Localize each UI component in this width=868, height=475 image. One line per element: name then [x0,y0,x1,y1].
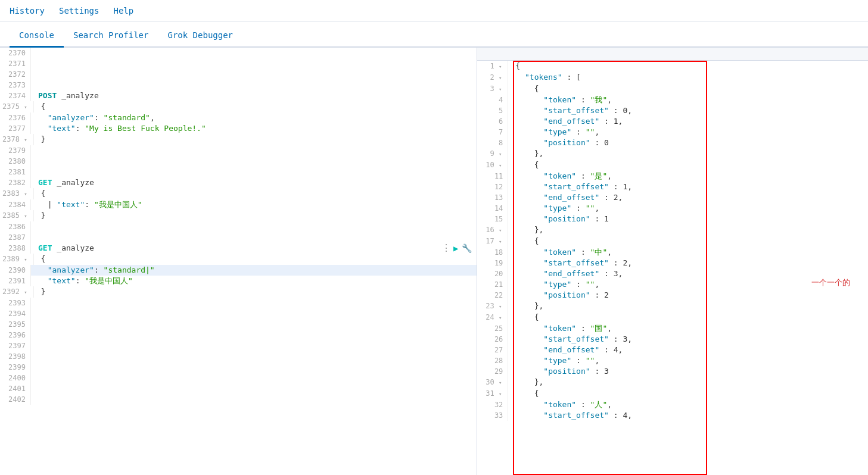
editor-line-2398: 2398 [0,351,477,362]
collapse-arrow[interactable]: ▾ [24,289,27,295]
line-content: GET _analyze [31,243,439,254]
collapse-arrow[interactable]: ▾ [24,191,27,197]
output-line-number: 4 [477,95,508,105]
run-button[interactable]: ▶ [453,243,458,254]
output-line-15: 15 "position" : 1 [477,214,868,224]
context-menu-button[interactable]: ⋮ [439,243,453,254]
json-key: "token" [543,248,576,257]
output-line-content: "end_offset" : 3, [508,268,868,279]
collapse-arrow[interactable]: ▾ [24,257,27,262]
collapse-arrow[interactable]: ▾ [499,86,502,92]
line-content [31,362,477,373]
settings-link[interactable]: Settings [59,6,99,15]
line-number: 2387 [0,232,31,243]
line-content: { [34,254,477,265]
settings-icon[interactable]: 🔧 [462,243,472,254]
editor-line-2396: 2396 [0,330,477,340]
json-key: "analyzer" [48,265,94,274]
json-key: "token" [543,171,576,180]
output-line-content: "start_offset" : 3, [508,334,868,345]
json-key: "type" [543,204,571,212]
line-number: 2399 [0,362,31,373]
collapse-arrow[interactable]: ▾ [24,137,27,143]
output-line-number: 3 ▾ [477,83,508,95]
collapse-arrow[interactable]: ▾ [499,239,502,245]
editor-line-2392: 2392 ▾} [0,286,477,298]
json-key: "end_offset" [543,117,599,126]
help-link[interactable]: Help [113,6,133,15]
editor-line-2386: 2386 [0,221,477,232]
output-line-content: "token" : "我", [508,95,868,105]
json-num: 2 [604,290,609,299]
json-key: "start_offset" [543,106,609,115]
line-content [31,48,477,58]
output-line-number: 20 [477,268,508,279]
output-line-number: 27 [477,345,508,355]
output-line-number: 13 [477,192,508,203]
line-number: 2389 ▾ [0,254,34,265]
json-key: "end_offset" [543,193,599,202]
output-line-number: 21 [477,279,508,290]
output-line-number: 14 [477,203,508,214]
url-path: _analyze [57,178,94,187]
editor-line-2401: 2401 [0,383,477,394]
editor-panel: 23702371237223732374POST _analyze2375 ▾{… [0,48,477,475]
json-num: 4 [623,411,627,420]
line-content [31,156,477,167]
json-str: "中" [590,248,608,257]
json-num: 3 [604,367,609,376]
line-number: 2382 [0,177,31,188]
collapse-arrow[interactable]: ▾ [24,104,27,110]
line-content [31,221,477,232]
line-content: GET _analyze [31,177,477,188]
collapse-arrow[interactable]: ▾ [499,151,502,157]
http-method: GET [38,178,52,187]
collapse-arrow[interactable]: ▾ [499,64,502,70]
editor-line-2385: 2385 ▾} [0,210,477,221]
line-content [31,298,477,308]
line-content [31,319,477,330]
collapse-arrow[interactable]: ▾ [499,315,502,321]
collapse-arrow[interactable]: ▾ [499,391,502,397]
tab-console[interactable]: Console [10,24,64,48]
output-line-content: "end_offset" : 4, [508,345,868,355]
editor-line-2389: 2389 ▾{ [0,254,477,265]
collapse-arrow[interactable]: ▾ [499,75,502,81]
collapse-arrow[interactable]: ▾ [24,213,27,219]
tab-search-profiler[interactable]: Search Profiler [64,24,158,48]
output-line-number: 29 [477,366,508,377]
collapse-arrow[interactable]: ▾ [499,380,502,386]
json-key: "end_offset" [543,269,599,278]
line-number: 2381 [0,167,31,177]
line-content [31,308,477,319]
line-content [31,373,477,383]
output-line-content: "tokens" : [ [508,72,868,83]
editor-code-area[interactable]: 23702371237223732374POST _analyze2375 ▾{… [0,48,477,475]
output-line-32: 32 "token" : "人", [477,399,868,410]
output-panel: 1 ▾{2 ▾ "tokens" : [3 ▾ {4 "token" : "我"… [477,48,868,475]
output-line-content: { [508,236,868,247]
output-line-number: 26 [477,334,508,345]
collapse-arrow[interactable]: ▾ [499,227,502,233]
output-code-area[interactable]: 1 ▾{2 ▾ "tokens" : [3 ▾ {4 "token" : "我"… [477,61,868,475]
json-key: "end_offset" [543,345,599,354]
output-line-content: }, [508,377,868,388]
json-str-value: "standard|" [104,265,155,274]
line-content [31,232,477,243]
json-key: "start_offset" [543,411,609,420]
line-number: 2398 [0,351,31,362]
history-link[interactable]: History [10,6,45,15]
editor-line-2390: 2390 "analyzer": "standard|" [0,265,477,276]
json-key: "start_offset" [543,335,609,343]
line-content [31,69,477,80]
line-number: 2380 [0,156,31,167]
json-key: "token" [543,400,576,409]
json-str: "人" [590,400,608,409]
collapse-arrow[interactable]: ▾ [499,162,502,168]
collapse-arrow[interactable]: ▾ [499,304,502,310]
tab-grok-debugger[interactable]: Grok Debugger [158,24,242,48]
line-toolbar: ▶🔧 [453,243,477,254]
line-number: 2401 [0,383,31,394]
output-line-number: 28 [477,355,508,366]
output-line-24: 24 ▾ { [477,312,868,323]
